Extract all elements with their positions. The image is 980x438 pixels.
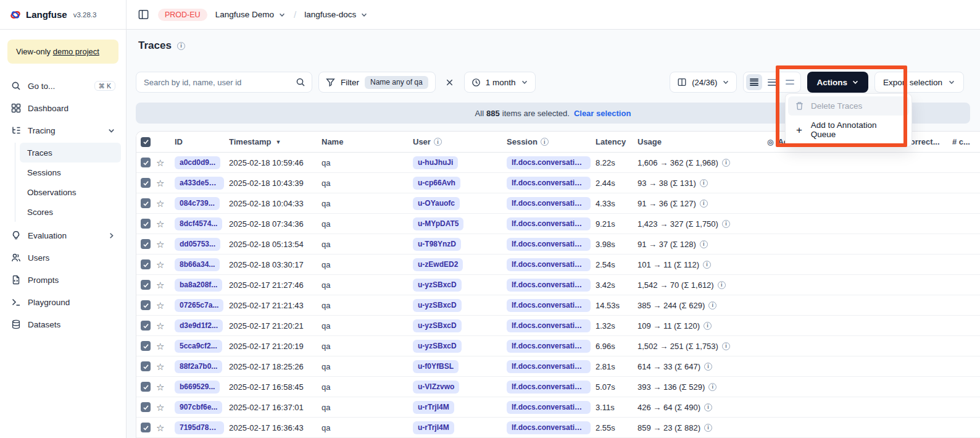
user-badge[interactable]: u-yzSBxcD [413, 319, 462, 332]
star-icon[interactable]: ☆ [156, 362, 164, 371]
user-badge[interactable]: u-rTrjI4M [413, 401, 454, 414]
row-checkbox[interactable] [136, 321, 156, 331]
table-row[interactable]: ☆ 8b66a34... 2025-02-18 03:30:17 qa u-zE… [136, 255, 980, 275]
sidebar-item-observations[interactable]: Observations [20, 182, 121, 202]
row-star[interactable]: ☆ [156, 280, 175, 290]
info-icon[interactable]: i [703, 261, 711, 269]
sidebar-item-tracing[interactable]: Tracing [5, 119, 121, 141]
session-badge[interactable]: lf.docs.conversation... [507, 360, 591, 373]
info-icon[interactable]: i [718, 281, 726, 289]
session-badge[interactable]: lf.docs.conversation... [507, 156, 591, 169]
trace-id-badge[interactable]: 88f2a7b0... [175, 360, 222, 373]
table-row[interactable]: ☆ d3e9d1f2... 2025-02-17 21:20:21 qa u-y… [136, 316, 980, 336]
table-row[interactable]: ☆ 07265c7a... 2025-02-17 21:21:43 qa u-y… [136, 295, 980, 316]
row-checkbox[interactable] [136, 239, 156, 249]
sidebar-item-evaluation[interactable]: Evaluation [5, 224, 121, 246]
sidebar-item-prompts[interactable]: Prompts [5, 269, 121, 291]
session-badge[interactable]: lf.docs.conversation... [507, 401, 591, 414]
user-badge[interactable]: u-yzSBxcD [413, 279, 462, 292]
menu-item-delete-traces[interactable]: Delete Traces [788, 96, 909, 116]
time-range-select[interactable]: 1 month [464, 72, 536, 93]
row-checkbox[interactable] [136, 158, 156, 167]
filter-button[interactable]: Filter Name any of qa [318, 72, 436, 93]
filter-chip[interactable]: Name any of qa [365, 76, 428, 89]
table-row[interactable]: ☆ ba8a208f... 2025-02-17 21:27:46 qa u-y… [136, 275, 980, 295]
star-icon[interactable]: ☆ [156, 382, 164, 392]
trace-id-badge[interactable]: 7195d78e... [175, 421, 224, 434]
session-badge[interactable]: lf.docs.conversation... [507, 319, 591, 332]
row-star[interactable]: ☆ [156, 321, 175, 331]
row-checkbox[interactable] [136, 341, 156, 351]
session-badge[interactable]: lf.docs.conversation... [507, 197, 591, 210]
info-icon[interactable]: i [722, 342, 730, 350]
user-badge[interactable]: u-cp66Avh [413, 177, 460, 190]
info-icon[interactable]: i [704, 322, 712, 330]
info-icon[interactable]: i [541, 138, 549, 146]
sidebar-item-datasets[interactable]: Datasets [5, 313, 121, 335]
org-selector[interactable]: Langfuse Demo [215, 10, 286, 19]
trace-id-badge[interactable]: ba8a208f... [175, 279, 222, 292]
trace-id-badge[interactable]: b669529... [175, 381, 220, 394]
row-checkbox[interactable] [136, 382, 156, 392]
row-star[interactable]: ☆ [156, 423, 175, 432]
search-input[interactable] [144, 78, 296, 87]
row-star[interactable]: ☆ [156, 362, 175, 371]
row-star[interactable]: ☆ [156, 158, 175, 167]
table-row[interactable]: ☆ 88f2a7b0... 2025-02-17 18:25:26 qa u-f… [136, 356, 980, 377]
row-star[interactable]: ☆ [156, 219, 175, 229]
sidebar-item-users[interactable]: Users [5, 246, 121, 269]
row-star[interactable]: ☆ [156, 260, 175, 269]
row-height-large-button[interactable] [782, 74, 798, 90]
trace-id-badge[interactable]: 5cca9cf2... [175, 340, 222, 353]
star-icon[interactable]: ☆ [156, 240, 164, 249]
user-badge[interactable]: u-yzSBxcD [413, 340, 462, 353]
trace-id-badge[interactable]: 07265c7a... [175, 299, 223, 312]
row-height-small-button[interactable] [746, 74, 762, 90]
star-icon[interactable]: ☆ [156, 179, 164, 188]
session-badge[interactable]: lf.docs.conversation... [507, 217, 591, 230]
star-icon[interactable]: ☆ [156, 321, 164, 331]
row-checkbox[interactable] [136, 259, 156, 269]
user-badge[interactable]: u-T98YnzD [413, 238, 461, 251]
session-badge[interactable]: lf.docs.conversation... [507, 299, 591, 312]
row-height-medium-button[interactable] [764, 74, 780, 90]
star-icon[interactable]: ☆ [156, 403, 164, 412]
user-badge[interactable]: u-huJhuJi [413, 156, 458, 169]
star-icon[interactable]: ☆ [156, 342, 164, 351]
select-all-checkbox[interactable] [136, 137, 156, 147]
trace-id-badge[interactable]: 8dcf4574... [175, 217, 222, 230]
sidebar-item-scores[interactable]: Scores [20, 202, 121, 222]
star-icon[interactable]: ☆ [156, 219, 164, 229]
actions-button[interactable]: Actions [807, 72, 868, 93]
user-badge[interactable]: u-OYauofc [413, 197, 460, 210]
info-icon[interactable]: i [700, 179, 708, 187]
star-icon[interactable]: ☆ [156, 260, 164, 269]
sidebar-item-sessions[interactable]: Sessions [20, 162, 121, 182]
star-icon[interactable]: ☆ [156, 158, 164, 167]
header-timestamp[interactable]: Timestamp▼ [229, 137, 322, 146]
row-checkbox[interactable] [136, 198, 156, 208]
table-row[interactable]: ☆ dd05753... 2025-02-18 05:13:54 qa u-T9… [136, 234, 980, 255]
project-selector[interactable]: langfuse-docs [304, 10, 368, 19]
session-badge[interactable]: lf.docs.conversation... [507, 421, 591, 434]
user-badge[interactable]: u-VIZzvwo [413, 381, 459, 394]
row-star[interactable]: ☆ [156, 382, 175, 392]
sidebar-toggle-icon[interactable] [136, 8, 150, 22]
table-row[interactable]: ☆ 084c739... 2025-02-18 10:04:33 qa u-OY… [136, 193, 980, 214]
info-icon[interactable]: i [708, 301, 716, 310]
row-checkbox[interactable] [136, 219, 156, 229]
session-badge[interactable]: lf.docs.conversation... [507, 381, 591, 394]
table-row[interactable]: ☆ 907cbf6e... 2025-02-17 16:37:01 qa u-r… [136, 397, 980, 418]
row-star[interactable]: ☆ [156, 403, 175, 412]
table-row[interactable]: ☆ b669529... 2025-02-17 16:58:45 qa u-VI… [136, 377, 980, 397]
demo-project-link[interactable]: demo project [53, 47, 99, 56]
row-checkbox[interactable] [136, 178, 156, 188]
info-icon[interactable]: i [177, 42, 185, 50]
table-row[interactable]: ☆ 8dcf4574... 2025-02-18 07:34:36 qa u-M… [136, 214, 980, 234]
info-icon[interactable]: i [722, 220, 730, 228]
table-row[interactable]: ☆ 7195d78e... 2025-02-17 16:36:43 qa u-r… [136, 418, 980, 438]
info-icon[interactable]: i [700, 200, 708, 208]
user-badge[interactable]: u-rTrjI4M [413, 421, 454, 434]
row-star[interactable]: ☆ [156, 342, 175, 351]
export-selection-button[interactable]: Export selection [874, 72, 964, 93]
